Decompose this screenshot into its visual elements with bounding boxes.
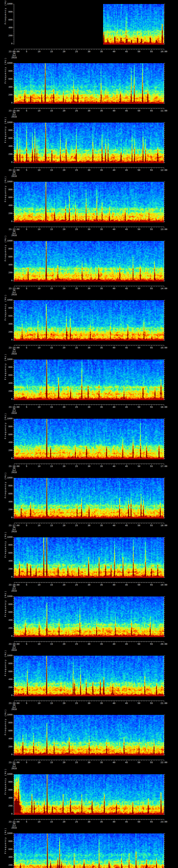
x-minor-tick xyxy=(146,523,147,524)
y-tick-label: 0 xyxy=(4,635,12,637)
time-end-label: 15:00 xyxy=(153,346,174,349)
y-minor-tick xyxy=(13,32,14,32)
y-minor-tick xyxy=(13,124,14,125)
y-minor-tick xyxy=(164,261,165,261)
x-minor-tick xyxy=(96,523,97,524)
y-minor-tick xyxy=(13,208,14,208)
x-major-tick xyxy=(52,523,52,524)
y-tick-label: 600 xyxy=(4,78,12,80)
x-minor-tick xyxy=(116,464,117,464)
x-minor-tick xyxy=(116,701,117,701)
x-tick-label: 40 xyxy=(109,820,119,823)
x-tick-label: 30 xyxy=(84,228,94,231)
x-minor-tick xyxy=(66,345,67,346)
y-minor-tick xyxy=(164,741,165,741)
x-minor-tick xyxy=(159,227,159,227)
y-minor-tick xyxy=(13,18,14,18)
x-minor-tick xyxy=(17,642,17,642)
x-minor-tick xyxy=(29,701,29,701)
y-major-tick xyxy=(13,367,14,368)
y-tick-label: 800 xyxy=(4,544,12,546)
y-major-tick xyxy=(164,798,165,798)
y-tick-label: 800 xyxy=(4,426,12,428)
x-minor-tick xyxy=(96,49,97,50)
y-minor-tick xyxy=(164,215,165,216)
y-minor-tick xyxy=(164,338,165,338)
x-tick-label: 40 xyxy=(109,584,119,586)
x-tick-label: 40 xyxy=(109,643,119,646)
y-minor-tick xyxy=(13,421,14,421)
y-minor-tick xyxy=(13,729,14,729)
x-tick-label: 45 xyxy=(121,524,132,527)
x-tick-label: 50 xyxy=(134,465,144,468)
x-major-tick xyxy=(52,49,52,50)
x-minor-tick xyxy=(59,405,59,405)
y-minor-tick xyxy=(164,279,165,279)
date-label: 26Jul2016 xyxy=(7,704,21,711)
y-minor-tick xyxy=(13,691,14,692)
x-major-tick xyxy=(164,760,164,761)
x-tick-label: 35 xyxy=(96,702,107,705)
x-minor-tick xyxy=(99,701,99,701)
y-major-tick xyxy=(164,435,165,435)
x-minor-tick xyxy=(34,168,34,168)
x-minor-tick xyxy=(24,582,24,583)
time-end-label: 23:00 xyxy=(153,820,174,823)
x-minor-tick xyxy=(24,642,24,642)
y-minor-tick xyxy=(164,334,165,334)
x-minor-tick xyxy=(109,464,109,464)
x-minor-tick xyxy=(36,819,37,820)
x-minor-tick xyxy=(44,168,44,168)
y-minor-tick xyxy=(13,665,14,666)
x-major-tick xyxy=(89,168,89,169)
x-minor-tick xyxy=(84,405,84,405)
spectrogram-canvas xyxy=(14,123,164,163)
x-minor-tick xyxy=(91,464,92,464)
y-tick-label: 600 xyxy=(4,848,12,850)
y-minor-tick xyxy=(164,263,165,263)
x-tick-label: 40 xyxy=(109,287,119,290)
x-minor-tick xyxy=(47,108,47,109)
x-major-tick xyxy=(101,405,102,406)
y-minor-tick xyxy=(13,488,14,488)
y-minor-tick xyxy=(164,208,165,208)
y-tick-label: 0 xyxy=(4,102,12,104)
x-tick-label: 30 xyxy=(84,169,94,172)
x-minor-tick xyxy=(24,760,24,761)
y-minor-tick xyxy=(13,504,14,504)
x-minor-tick xyxy=(91,405,92,405)
x-minor-tick xyxy=(59,168,59,168)
y-tick-label: 600 xyxy=(4,671,12,673)
x-minor-tick xyxy=(17,405,17,405)
x-minor-tick xyxy=(29,286,29,287)
y-minor-tick xyxy=(13,668,14,668)
y-major-tick xyxy=(164,687,165,688)
y-minor-tick xyxy=(13,725,14,725)
y-minor-tick xyxy=(164,668,165,668)
x-minor-tick xyxy=(54,49,54,50)
x-major-tick xyxy=(101,642,102,643)
y-major-tick xyxy=(164,502,165,502)
x-major-tick xyxy=(39,49,39,50)
x-minor-tick xyxy=(146,227,147,227)
y-minor-tick xyxy=(13,204,14,204)
y-minor-tick xyxy=(13,261,14,261)
x-minor-tick xyxy=(49,227,49,227)
x-minor-tick xyxy=(121,405,122,405)
x-minor-tick xyxy=(41,168,42,168)
y-tick-label: 200 xyxy=(4,153,12,155)
x-minor-tick xyxy=(107,345,107,346)
x-minor-tick xyxy=(36,345,37,346)
y-minor-tick xyxy=(164,184,165,184)
y-major-tick xyxy=(164,723,165,723)
y-minor-tick xyxy=(164,837,165,838)
y-minor-tick xyxy=(13,259,14,259)
x-major-tick xyxy=(52,345,52,346)
x-major-tick xyxy=(164,345,164,346)
y-tick-label: 1000 xyxy=(4,418,12,420)
x-minor-tick xyxy=(49,642,49,642)
x-minor-tick xyxy=(107,760,107,761)
y-minor-tick xyxy=(164,186,165,186)
x-minor-tick xyxy=(107,286,107,287)
x-tick-label: 45 xyxy=(121,761,132,764)
